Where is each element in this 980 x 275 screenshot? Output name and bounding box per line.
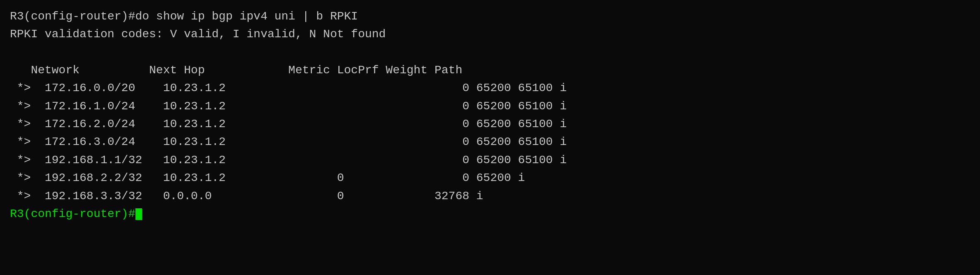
bgp-row-7: *> 192.168.3.3/32 0.0.0.0 0 32768 i xyxy=(10,187,970,205)
table-header: Network Next Hop Metric LocPrf Weight Pa… xyxy=(10,61,970,79)
bgp-row-6: *> 192.168.2.2/32 10.23.1.2 0 0 65200 i xyxy=(10,169,970,187)
terminal-window: R3(config-router)#do show ip bgp ipv4 un… xyxy=(10,7,970,223)
prompt-text: R3(config-router)# xyxy=(10,205,135,223)
bgp-row-1: *> 172.16.0.0/20 10.23.1.2 0 65200 65100… xyxy=(10,79,970,97)
bgp-row-3: *> 172.16.2.0/24 10.23.1.2 0 65200 65100… xyxy=(10,115,970,133)
bgp-row-2: *> 172.16.1.0/24 10.23.1.2 0 65200 65100… xyxy=(10,97,970,115)
bgp-row-5: *> 192.168.1.1/32 10.23.1.2 0 65200 6510… xyxy=(10,151,970,169)
rpki-codes-line: RPKI validation codes: V valid, I invali… xyxy=(10,25,970,43)
bgp-row-4: *> 172.16.3.0/24 10.23.1.2 0 65200 65100… xyxy=(10,133,970,151)
command-line: R3(config-router)#do show ip bgp ipv4 un… xyxy=(10,7,970,25)
final-prompt-line[interactable]: R3(config-router)# xyxy=(10,205,970,223)
cursor-block xyxy=(135,208,142,220)
empty-line-1 xyxy=(10,43,970,61)
